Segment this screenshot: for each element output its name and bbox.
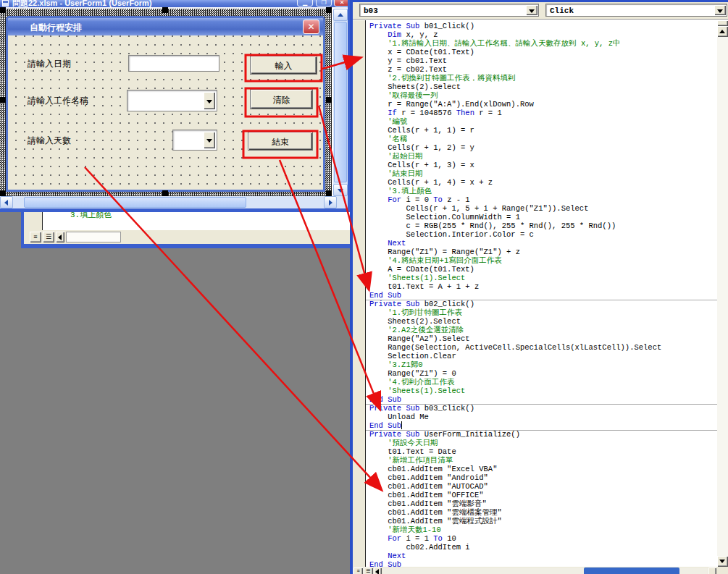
full-module-view-button[interactable]: ☰ — [364, 567, 373, 574]
code-line[interactable]: A = CDate(t01.Text) — [366, 265, 717, 274]
scroll-up-button[interactable] — [333, 9, 348, 21]
code-line[interactable]: cb02.AddItem i — [366, 543, 717, 552]
designer-titlebar[interactable]: 問題22.xlsm - UserForm1 (UserForm) ▁ ❐ ✕ — [0, 0, 350, 7]
selection-handle[interactable] — [326, 97, 332, 103]
code-line[interactable]: 'Sheets(1).Select — [366, 387, 717, 395]
code-line[interactable]: '3.填上顏色 — [366, 187, 717, 195]
code-line[interactable]: Next — [366, 552, 717, 560]
code-line[interactable]: Range("Z1") = 0 — [366, 369, 717, 378]
procedure-dropdown[interactable]: Click — [545, 4, 727, 17]
code-line[interactable]: c = RGB(255 * Rnd(), 255 * Rnd(), 255 * … — [366, 221, 717, 230]
code-line[interactable]: Next — [366, 239, 717, 248]
code-line[interactable]: '取得最後一列 — [366, 91, 717, 100]
object-dropdown[interactable]: b03 — [359, 4, 539, 17]
code-line[interactable]: z = cb02.Text — [366, 65, 717, 74]
scroll-down-button[interactable] — [717, 556, 728, 567]
code-line[interactable]: '2.A2之後全選並清除 — [366, 326, 717, 334]
code-area[interactable]: Private Sub b01_Click() Dim x, y, z '1.將… — [366, 20, 717, 567]
code-line[interactable]: '新增天數1-10 — [366, 526, 717, 534]
code-line[interactable]: Sheets(2).Select — [366, 317, 717, 326]
combo-dropdown-button[interactable] — [204, 92, 215, 109]
code-line[interactable]: '1.將請輸入日期、請輸入工作名稱、請輸入天數存放到 x, y, z中 — [366, 39, 717, 48]
code-line[interactable]: Cells(r + 1, 2) = y — [366, 143, 717, 152]
scroll-right-button[interactable] — [324, 196, 337, 208]
code-line[interactable]: cb01.AddItem "OFFICE" — [366, 491, 717, 499]
code-line[interactable]: cb01.AddItem "AUTOCAD" — [366, 482, 717, 491]
code-line[interactable]: '結束日期 — [366, 169, 717, 178]
scrollbar-thumb[interactable] — [584, 567, 679, 574]
code-line[interactable]: If r = 1048576 Then r = 1 — [366, 109, 717, 117]
code-line[interactable]: End Sub — [366, 421, 717, 430]
code-line[interactable]: '2.切換到甘特圖工作表，將資料填到 — [366, 74, 717, 83]
days-combobox[interactable] — [172, 130, 217, 151]
selection-handle[interactable] — [0, 190, 6, 196]
code-line[interactable]: Selection.Clear — [366, 352, 717, 360]
code-line[interactable]: 'Sheets(1).Select — [366, 274, 717, 282]
code-line[interactable]: '名稱 — [366, 135, 717, 143]
code-line[interactable]: cb01.AddItem "雲端影音" — [366, 499, 717, 508]
full-module-view-button[interactable]: ☰ — [43, 232, 54, 242]
code-line[interactable]: Private Sub UserForm_Initialize() — [366, 430, 717, 439]
code-line[interactable]: '新增工作項目清單 — [366, 456, 717, 465]
code-line[interactable]: Private Sub b02_Click() — [366, 300, 717, 308]
code-line[interactable]: y = cb01.Text — [366, 56, 717, 65]
minimize-button[interactable]: ▁ — [297, 0, 313, 7]
code-line[interactable]: End Sub — [366, 560, 717, 567]
hscroll-left-button[interactable] — [56, 232, 64, 242]
procedure-view-button[interactable]: ≡ — [353, 567, 363, 574]
code-line[interactable]: cb01.AddItem "Excel VBA" — [366, 465, 717, 473]
code-line[interactable]: Private Sub b01_Click() — [366, 22, 717, 30]
selection-handle[interactable] — [0, 7, 6, 13]
code-line[interactable]: Range("Z1") = Range("Z1") + z — [366, 248, 717, 256]
hscroll-left-button[interactable] — [374, 567, 382, 574]
code-margin[interactable] — [353, 20, 365, 567]
code-line[interactable]: Unload Me — [366, 413, 717, 421]
code-line[interactable]: '4.將結束日期+1寫回介面工作表 — [366, 256, 717, 265]
date-textbox[interactable] — [128, 55, 219, 72]
code-line[interactable]: '起始日期 — [366, 152, 717, 161]
code-line[interactable]: Sheets(2).Select — [366, 83, 717, 91]
hscroll-track[interactable] — [382, 567, 708, 574]
designer-hscrollbar[interactable] — [0, 196, 337, 208]
hscroll-track[interactable] — [66, 232, 121, 242]
scrollbar-thumb[interactable] — [334, 22, 347, 182]
combo-dropdown-button[interactable] — [204, 132, 215, 148]
code-line[interactable]: Range(Selection, ActiveCell.SpecialCells… — [366, 343, 717, 352]
end-button[interactable]: 結束 — [248, 132, 313, 151]
code-line[interactable]: cb01.AddItem "Android" — [366, 473, 717, 482]
code-line[interactable]: Cells(r + 1, 1) = r — [366, 126, 717, 135]
selection-handle[interactable] — [326, 190, 332, 196]
code-line[interactable]: For i = 0 To z - 1 — [366, 195, 717, 204]
selection-handle[interactable] — [162, 7, 168, 13]
selection-handle[interactable] — [326, 7, 332, 13]
code-line[interactable]: '1.切到甘特圖工作表 — [366, 308, 717, 317]
code-line[interactable]: Dim x, y, z — [366, 30, 717, 39]
procedure-view-button[interactable]: ≡ — [30, 232, 41, 242]
code-line[interactable]: t01.Text = Date — [366, 447, 717, 456]
scroll-up-button[interactable] — [717, 26, 728, 37]
designer-vscrollbar[interactable] — [333, 9, 348, 196]
code-line[interactable]: Selection.ColumnWidth = 1 — [366, 213, 717, 221]
code-vscrollbar[interactable] — [717, 20, 728, 567]
code-lines[interactable]: Private Sub b01_Click() Dim x, y, z '1.將… — [366, 20, 717, 567]
chevron-down-icon[interactable] — [714, 5, 726, 15]
selection-handle[interactable] — [162, 190, 168, 196]
scroll-down-button[interactable] — [333, 184, 348, 196]
task-combobox[interactable] — [127, 90, 217, 111]
code-line[interactable]: Cells(r + 1, 3) = x — [366, 161, 717, 169]
splitter-grip[interactable] — [717, 20, 728, 26]
code-line[interactable]: Cells(r + 1, 4) = x + z — [366, 178, 717, 187]
input-button[interactable]: 輸入 — [250, 56, 317, 75]
code-line[interactable]: '4.切到介面工作表 — [366, 378, 717, 387]
code-line[interactable]: '預設今天日期 — [366, 439, 717, 447]
scroll-left-button[interactable] — [0, 196, 13, 208]
code-line[interactable]: t01.Text = A + 1 + z — [366, 282, 717, 291]
clear-button[interactable]: 清除 — [250, 89, 313, 109]
code-line[interactable]: Selection.Interior.Color = c — [366, 230, 717, 239]
code-line[interactable]: '編號 — [366, 117, 717, 126]
userform-close-icon[interactable]: ✕ — [303, 20, 319, 34]
code-line[interactable]: Cells(r + 1, 5 + i + Range("Z1")).Select — [366, 204, 717, 213]
code-area-background[interactable]: 3.填上顏色 — [43, 212, 350, 230]
userform-body[interactable]: 請輸入日期 輸入 請輸入工作名稱 清除 請輸入天數 結束 — [8, 35, 323, 190]
code-line[interactable]: cb01.AddItem "雲端程式設計" — [366, 517, 717, 526]
